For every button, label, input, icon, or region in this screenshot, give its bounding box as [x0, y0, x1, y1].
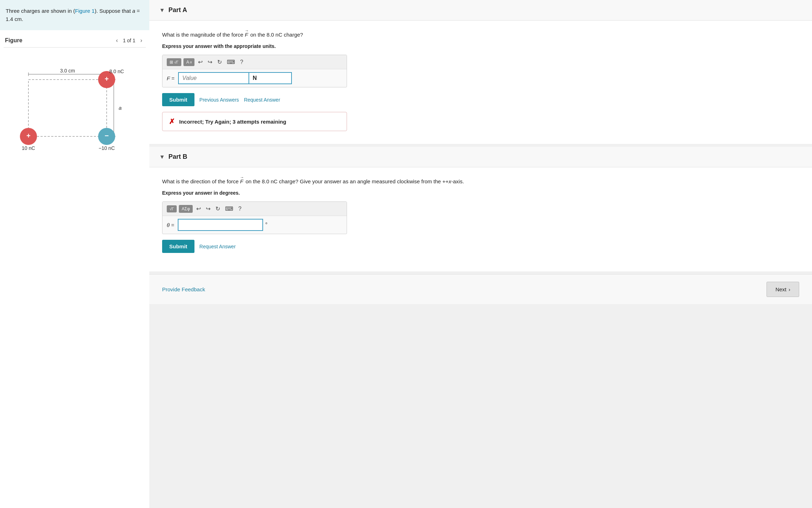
figure-container: Figure ‹ 1 of 1 › 3.0 cm a: [0, 30, 149, 508]
part-b-theta-input[interactable]: [178, 219, 263, 231]
part-a-header: ▼ Part A: [149, 0, 812, 21]
part-b-header: ▼ Part B: [149, 147, 812, 167]
part-b-action-row: Submit Request Answer: [162, 240, 799, 253]
part-b-submit-button[interactable]: Submit: [162, 240, 194, 253]
error-x-icon: ✗: [169, 117, 175, 126]
charge-diagram: 3.0 cm a + 10 nC + 8.0 nC − −10 nC: [7, 58, 142, 158]
part-b-answer-box: √Γ ΑΣφ ↩ ↪ ↻ ⌨ ? θ = °: [162, 201, 347, 234]
part-a-submit-button[interactable]: Submit: [162, 93, 194, 106]
provide-feedback-link[interactable]: Provide Feedback: [162, 286, 205, 292]
part-b-undo-button[interactable]: ↩: [195, 205, 202, 213]
problem-text-suffix: ). Suppose that: [95, 8, 132, 14]
part-a-toolbar-btn1[interactable]: ⊞ √Γ: [167, 58, 181, 66]
part-a-error-box: ✗ Incorrect; Try Again; 3 attempts remai…: [162, 112, 347, 131]
figure-prev-button[interactable]: ‹: [114, 37, 120, 44]
figure-link[interactable]: Figure 1: [75, 8, 95, 14]
charge2-label: 8.0 nC: [109, 69, 124, 74]
next-label: Next: [775, 286, 786, 292]
charge1-plus: +: [26, 132, 31, 140]
part-b-keyboard-button[interactable]: ⌨: [224, 205, 235, 213]
part-b-answer-label: θ =: [167, 222, 174, 228]
part-a-refresh-button[interactable]: ↻: [216, 58, 223, 66]
part-a-collapse-icon[interactable]: ▼: [159, 7, 165, 13]
part-a-undo-button[interactable]: ↩: [197, 58, 204, 66]
part-b-collapse-icon[interactable]: ▼: [159, 154, 165, 160]
diagram-area: 3.0 cm a + 10 nC + 8.0 nC − −10 nC: [4, 51, 146, 165]
figure-header: Figure ‹ 1 of 1 ›: [4, 34, 146, 48]
part-a-answer-label: F =: [167, 75, 175, 81]
part-a-instruction: Express your answer with the appropriate…: [162, 43, 799, 49]
part-b-redo-button[interactable]: ↪: [204, 205, 212, 213]
left-panel: Three charges are shown in (Figure 1). S…: [0, 0, 149, 508]
figure-nav-count: 1 of 1: [123, 38, 135, 43]
part-b-toolbar-btn2[interactable]: ΑΣφ: [179, 205, 193, 213]
charge2-plus: +: [105, 75, 109, 83]
part-a-answer-box: ⊞ √Γ Aα ↩ ↪ ↻ ⌨ ? F =: [162, 55, 347, 87]
degree-symbol: °: [265, 222, 267, 228]
part-b-content: What is the direction of the force → F o…: [149, 167, 812, 271]
footer-row: Provide Feedback Next ›: [149, 274, 812, 304]
svg-rect-0: [28, 80, 107, 136]
charge3-minus: −: [105, 132, 109, 140]
problem-text-prefix: Three charges are shown in (: [6, 8, 75, 14]
right-panel: ▼ Part A What is the magnitude of the fo…: [149, 0, 812, 508]
next-button[interactable]: Next ›: [766, 282, 799, 297]
part-a-section: ▼ Part A What is the magnitude of the fo…: [149, 0, 812, 144]
next-arrow-icon: ›: [789, 286, 790, 292]
part-a-content: What is the magnitude of the force → F o…: [149, 21, 812, 144]
part-a-error-text: Incorrect; Try Again; 3 attempts remaini…: [179, 119, 286, 125]
figure-title: Figure: [5, 37, 22, 44]
part-a-action-row: Submit Previous Answers Request Answer: [162, 93, 799, 106]
part-b-title: Part B: [169, 153, 187, 161]
problem-description: Three charges are shown in (Figure 1). S…: [0, 0, 149, 30]
part-b-instruction: Express your answer in degrees.: [162, 190, 799, 196]
part-b-question: What is the direction of the force → F o…: [162, 177, 799, 186]
part-a-redo-button[interactable]: ↪: [206, 58, 214, 66]
part-b-toolbar-btn1[interactable]: √Γ: [167, 205, 177, 212]
part-a-keyboard-button[interactable]: ⌨: [225, 58, 236, 66]
charge3-label: −10 nC: [98, 145, 115, 151]
part-a-question: What is the magnitude of the force → F o…: [162, 31, 799, 39]
dist2-label: a: [119, 105, 122, 111]
part-a-toolbar-btn2[interactable]: Aα: [183, 58, 194, 66]
figure-next-button[interactable]: ›: [138, 37, 144, 44]
dist1-label: 3.0 cm: [60, 68, 75, 74]
part-a-unit-input[interactable]: [249, 72, 292, 84]
part-a-request-answer-link[interactable]: Request Answer: [244, 97, 280, 103]
part-a-help-button[interactable]: ?: [239, 58, 245, 66]
part-a-input-row: F =: [162, 69, 347, 87]
figure-nav: ‹ 1 of 1 ›: [114, 37, 144, 44]
part-a-toolbar: ⊞ √Γ Aα ↩ ↪ ↻ ⌨ ?: [162, 55, 347, 69]
part-b-help-button[interactable]: ?: [237, 205, 243, 213]
part-a-value-input[interactable]: [178, 72, 249, 84]
part-b-refresh-button[interactable]: ↻: [214, 205, 221, 213]
part-b-toolbar: √Γ ΑΣφ ↩ ↪ ↻ ⌨ ?: [162, 202, 347, 216]
part-a-title: Part A: [169, 6, 187, 14]
part-b-input-row: θ = °: [162, 216, 347, 234]
part-b-section: ▼ Part B What is the direction of the fo…: [149, 147, 812, 271]
part-b-request-answer-link[interactable]: Request Answer: [199, 244, 236, 249]
charge1-label: 10 nC: [22, 145, 35, 151]
part-a-previous-answers-link[interactable]: Previous Answers: [199, 97, 239, 103]
